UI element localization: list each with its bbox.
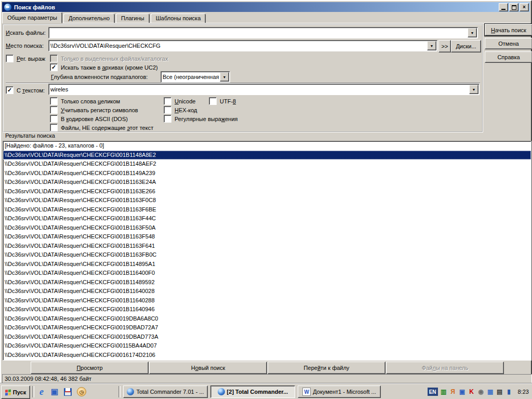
list-item[interactable]: \\Dc36srv\VOL\DATA\Resquer\CHECKCFG\001B…: [3, 250, 531, 260]
list-item[interactable]: \\Dc36srv\VOL\DATA\Resquer\CHECKCFG\001B…: [3, 169, 531, 178]
whole-words-checkbox[interactable]: Только слова целиком: [50, 97, 120, 105]
list-item[interactable]: \\Dc36srv\VOL\DATA\Resquer\CHECKCFG\001B…: [3, 296, 531, 305]
go-to-file-button[interactable]: Перейти к файлу: [268, 362, 385, 374]
utf8-checkbox[interactable]: UTF-8: [209, 97, 236, 105]
list-item[interactable]: \\Dc36srv\VOL\DATA\Resquer\CHECKCFG\001B…: [3, 187, 531, 196]
list-item[interactable]: \\Dc36srv\VOL\DATA\Resquer\CHECKCFG\001B…: [3, 223, 531, 233]
tab-plugins[interactable]: Плагины: [116, 14, 150, 23]
language-indicator[interactable]: EN: [428, 388, 438, 396]
display-icon[interactable]: ▦: [486, 388, 495, 396]
removable-media-icon[interactable]: ▥: [440, 388, 448, 396]
chevron-down-icon[interactable]: ▼: [427, 41, 436, 50]
start-search-button[interactable]: Начать поиск: [485, 24, 532, 36]
task-monitor-icon[interactable]: ▤: [496, 388, 504, 396]
checkbox-icon: [164, 97, 171, 105]
case-sensitive-checkbox[interactable]: Учитывать регистр символов: [50, 106, 138, 114]
titlebar[interactable]: Поиск файлов ×: [2, 2, 530, 12]
search-for-input[interactable]: [49, 30, 467, 36]
total-commander-icon: [4, 3, 12, 11]
restore-button[interactable]: [509, 3, 518, 11]
list-item[interactable]: \\Dc36srv\VOL\DATA\Resquer\CHECKCFG\001B…: [3, 232, 531, 242]
cancel-button[interactable]: Отмена: [485, 38, 532, 49]
windows-logo-icon: [5, 389, 11, 395]
regexp-text-checkbox[interactable]: Регулярные выражения: [164, 115, 238, 123]
help-button[interactable]: Справка: [485, 51, 532, 63]
list-item[interactable]: \\Dc36srv\VOL\DATA\Resquer\CHECKCFG\001B…: [3, 196, 531, 205]
chevron-down-icon[interactable]: ▼: [468, 28, 477, 37]
list-item[interactable]: \\Dc36srv\VOL\DATA\Resquer\CHECKCFG\0019…: [3, 314, 531, 324]
list-item[interactable]: \\Dc36srv\VOL\DATA\Resquer\CHECKCFG\001B…: [3, 260, 531, 269]
not-containing-checkbox[interactable]: Файлы, НЕ содержащие этот текст: [50, 124, 153, 131]
regex-checkbox[interactable]: Рег. выраж: [6, 55, 45, 62]
search-for-label: Искать файлы:: [6, 30, 46, 36]
with-text-input[interactable]: [49, 86, 469, 92]
taskbar-button-tc2[interactable]: [2] Total Commander...: [210, 385, 295, 398]
tab-general[interactable]: Общие параметры: [2, 12, 62, 23]
ascii-dos-checkbox[interactable]: В кодировке ASCII (DOS): [50, 115, 128, 123]
list-item[interactable]: \\Dc36srv\VOL\DATA\Resquer\CHECKCFG\0019…: [3, 332, 531, 342]
drives-button[interactable]: Диски...: [451, 40, 481, 52]
volume-icon[interactable]: ◉: [477, 388, 485, 396]
tab-advanced[interactable]: Дополнительно: [63, 14, 115, 23]
restore-icon: [512, 5, 516, 10]
status-bar: 30.03.2009 08:42:48, 46 382 байт: [2, 374, 532, 383]
tabstrip: Общие параметры Дополнительно Плагины Ша…: [2, 13, 207, 23]
close-button[interactable]: ×: [520, 3, 529, 11]
unicode-checkbox[interactable]: Unicode: [164, 97, 195, 105]
chevron-down-icon[interactable]: ▼: [469, 85, 478, 94]
with-text-checkbox[interactable]: С текстом:: [6, 86, 45, 94]
close-icon: ×: [523, 4, 526, 10]
taskbar-button-word[interactable]: W Документ1 - Microsoft ...: [298, 385, 381, 398]
list-item[interactable]: \\Dc36srv\VOL\DATA\Resquer\CHECKCFG\0011…: [3, 341, 531, 351]
minimize-button[interactable]: [499, 3, 508, 11]
search-in-label: Место поиска:: [6, 43, 44, 49]
start-button[interactable]: Пуск: [1, 385, 30, 399]
list-item[interactable]: \\Dc36srv\VOL\DATA\Resquer\CHECKCFG\001B…: [3, 214, 531, 223]
taskbar: Пуск e ▣ ◷ Total Commander 7.01 - ... [2…: [0, 383, 532, 399]
separator: [118, 386, 121, 397]
list-item[interactable]: \\Dc36srv\VOL\DATA\Resquer\CHECKCFG\001B…: [3, 242, 531, 251]
with-text-combobox[interactable]: ▼: [48, 84, 480, 95]
list-item[interactable]: \\Dc36srv\VOL\DATA\Resquer\CHECKCFG\0019…: [3, 323, 531, 332]
checkbox-icon: [50, 55, 58, 62]
search-in-input[interactable]: [49, 43, 427, 49]
list-item[interactable]: \\Dc36srv\VOL\DATA\Resquer\CHECKCFG\001B…: [3, 278, 531, 287]
search-in-combobox[interactable]: ▼: [48, 40, 437, 51]
search-for-combobox[interactable]: ▼: [48, 27, 478, 38]
chevron-down-icon[interactable]: ▼: [220, 72, 229, 82]
total-commander-icon: [218, 388, 225, 395]
results-summary-row: [Найдено: файлов - 23, каталогов - 0]: [3, 141, 531, 151]
window-title: Поиск файлов: [14, 4, 499, 10]
list-item[interactable]: \\Dc36srv\VOL\DATA\Resquer\CHECKCFG\001B…: [3, 305, 531, 314]
list-item[interactable]: \\Dc36srv\VOL\DATA\Resquer\CHECKCFG\001B…: [3, 205, 531, 215]
hex-checkbox[interactable]: HEX-код: [164, 106, 197, 114]
list-item[interactable]: \\Dc36srv\VOL\DATA\Resquer\CHECKCFG\0016…: [3, 351, 531, 360]
subdir-depth-select[interactable]: Все (неограниченная) ▼: [161, 71, 230, 83]
taskbar-clock[interactable]: 8:23: [515, 389, 531, 395]
list-item[interactable]: \\Dc36srv\VOL\DATA\Resquer\CHECKCFG\001B…: [3, 269, 531, 278]
expand-path-button[interactable]: >>: [438, 40, 451, 52]
results-list[interactable]: [Найдено: файлов - 23, каталогов - 0] \\…: [3, 141, 531, 361]
list-item[interactable]: \\Dc36srv\VOL\DATA\Resquer\CHECKCFG\001B…: [3, 151, 531, 160]
tray-app-icon[interactable]: ▮: [505, 388, 513, 396]
kaspersky-icon[interactable]: K: [468, 388, 476, 396]
taskbar-button-tc1[interactable]: Total Commander 7.01 - ...: [123, 385, 208, 398]
list-item[interactable]: \\Dc36srv\VOL\DATA\Resquer\CHECKCFG\001B…: [3, 178, 531, 187]
search-archives-checkbox[interactable]: Искать также в архивах (кроме UC2): [50, 63, 158, 71]
checkbox-icon: [164, 106, 171, 114]
save-floppy-icon[interactable]: [62, 387, 73, 397]
checkbox-icon: [6, 86, 14, 94]
view-button[interactable]: Просмотр: [31, 362, 149, 374]
checkbox-icon: [50, 106, 58, 114]
punto-switcher-icon[interactable]: Я: [449, 388, 457, 396]
mail-app-icon[interactable]: ▣: [49, 387, 60, 397]
checkbox-icon: [164, 115, 171, 123]
list-item[interactable]: \\Dc36srv\VOL\DATA\Resquer\CHECKCFG\001B…: [3, 287, 531, 296]
list-item[interactable]: \\Dc36srv\VOL\DATA\Resquer\CHECKCFG\001B…: [3, 159, 531, 169]
ie-icon[interactable]: e: [36, 387, 47, 397]
tab-search-templates[interactable]: Шаблоны поиска: [151, 14, 206, 23]
network-icon[interactable]: ▣: [458, 388, 467, 396]
new-search-button[interactable]: Новый поиск: [149, 362, 267, 374]
clock-app-icon[interactable]: ◷: [76, 387, 87, 397]
search-options-panel: Искать файлы: ▼ Место поиска: ▼ >> Диски…: [3, 24, 483, 132]
